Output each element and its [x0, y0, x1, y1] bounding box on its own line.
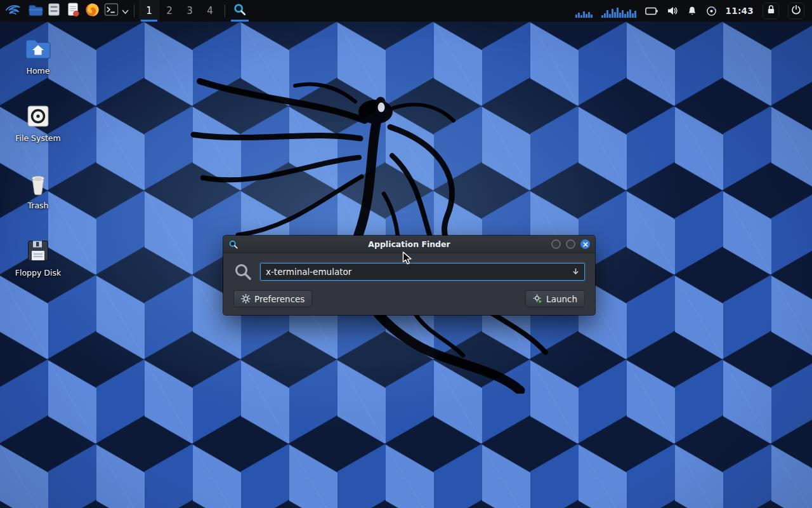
button-row: Preferences Launch — [230, 290, 589, 307]
battery-icon[interactable] — [645, 7, 658, 15]
preferences-label: Preferences — [254, 294, 304, 304]
desktop-icon-label: Trash — [27, 201, 48, 210]
workspace-2[interactable]: 2 — [159, 0, 180, 22]
desktop-icon-trash[interactable]: Trash — [10, 170, 66, 210]
clock[interactable]: 11:43 — [726, 6, 754, 16]
close-icon — [583, 239, 588, 249]
launch-run-icon — [533, 294, 542, 304]
desktop-icon-floppy-disk[interactable]: Floppy Disk — [10, 237, 66, 277]
search-icon — [233, 262, 252, 281]
notifications-bell-icon[interactable] — [687, 6, 697, 16]
launch-label: Launch — [546, 294, 577, 304]
logout-button[interactable] — [788, 3, 804, 19]
application-finder-icon — [233, 3, 247, 19]
network-icon[interactable] — [706, 6, 717, 17]
window-controls — [551, 239, 590, 249]
titlebar[interactable]: Application Finder — [223, 236, 595, 253]
application-finder-window: Application Finder — [223, 236, 595, 315]
desktop-icon-label: Home — [27, 66, 50, 76]
file-cabinet-icon — [46, 2, 62, 20]
trash-icon — [25, 170, 51, 197]
kali-menu-icon — [4, 2, 22, 20]
desktop-icon-label: Floppy Disk — [15, 268, 61, 277]
kali-menu-button[interactable] — [0, 0, 25, 22]
chevron-down-icon — [122, 5, 129, 17]
desktop-icon-file-system[interactable]: File System — [10, 103, 66, 143]
file-system-drive-icon — [25, 103, 51, 130]
desktop-icon-label: File System — [15, 133, 61, 143]
file-manager-icon — [27, 2, 43, 20]
lock-icon — [766, 4, 776, 17]
screen-lock-button[interactable] — [763, 3, 779, 19]
cpu-graph[interactable] — [575, 4, 593, 18]
workspace-1-label: 1 — [146, 5, 152, 17]
network-graph[interactable] — [601, 4, 636, 18]
top-panel: 1 2 3 4 11:43 — [0, 0, 812, 22]
maximize-button[interactable] — [566, 239, 575, 249]
workspace-4-label: 4 — [207, 5, 213, 17]
firefox-icon — [84, 2, 100, 20]
workspace-3[interactable]: 3 — [180, 0, 200, 22]
mouse-cursor — [402, 251, 414, 268]
minimize-button[interactable] — [551, 239, 561, 249]
preferences-button[interactable]: Preferences — [233, 290, 312, 307]
workspace-switcher: 1 2 3 4 — [139, 0, 220, 22]
terminal-dropdown-button[interactable] — [121, 0, 129, 22]
application-finder-icon — [228, 239, 239, 250]
floppy-disk-icon — [25, 237, 51, 264]
terminal-launcher[interactable] — [102, 0, 121, 22]
workspace-3-label: 3 — [187, 5, 193, 17]
panel-separator — [225, 4, 225, 17]
power-icon — [791, 4, 801, 17]
launch-button[interactable]: Launch — [525, 290, 585, 307]
text-editor-icon — [65, 2, 81, 20]
kali-dragon-art — [165, 25, 584, 394]
taskbar-application-finder[interactable] — [230, 0, 250, 22]
panel-separator — [134, 4, 134, 17]
close-button[interactable] — [580, 239, 590, 249]
file-cabinet-launcher[interactable] — [44, 0, 63, 22]
dropdown-arrow-icon[interactable] — [572, 268, 580, 276]
file-manager-launcher[interactable] — [25, 0, 44, 22]
desktop-icon-home[interactable]: Home — [10, 36, 66, 76]
text-editor-launcher[interactable] — [63, 0, 82, 22]
home-folder-icon — [24, 36, 52, 62]
workspace-2-label: 2 — [166, 5, 173, 17]
search-input[interactable] — [260, 263, 585, 281]
window-title: Application Finder — [223, 239, 595, 249]
workspace-1[interactable]: 1 — [139, 0, 159, 22]
panel-right-group: 11:43 — [575, 0, 812, 22]
panel-left-group: 1 2 3 4 — [0, 0, 250, 22]
workspace-4[interactable]: 4 — [200, 0, 220, 22]
firefox-launcher[interactable] — [82, 0, 102, 22]
gear-icon — [241, 294, 251, 304]
volume-icon[interactable] — [667, 6, 678, 16]
terminal-icon — [103, 2, 119, 20]
search-entry-wrap — [260, 263, 585, 281]
